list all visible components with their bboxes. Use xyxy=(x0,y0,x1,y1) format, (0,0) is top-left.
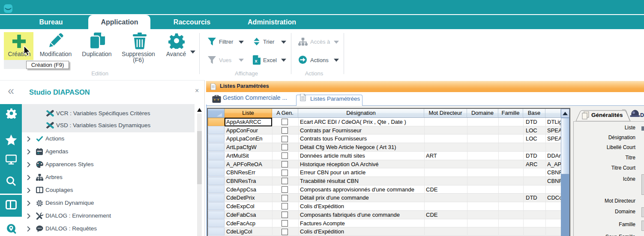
svg-text:x: x xyxy=(255,58,258,63)
